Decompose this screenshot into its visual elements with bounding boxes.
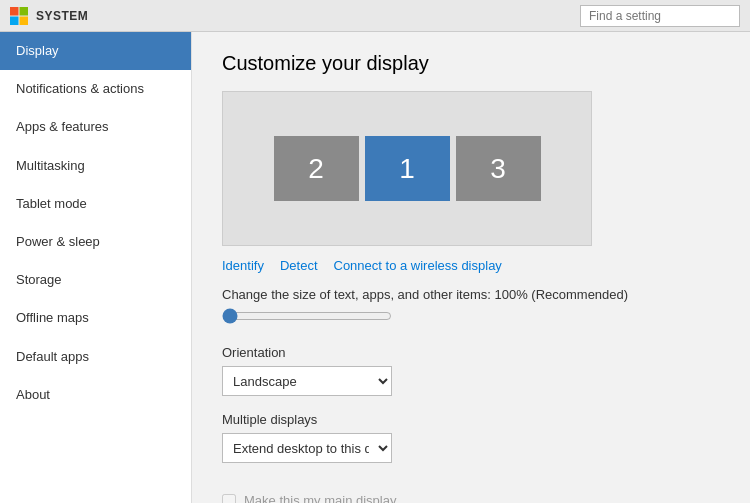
sidebar-item-storage[interactable]: Storage bbox=[0, 261, 191, 299]
display-preview: 213 bbox=[222, 91, 592, 246]
sidebar-item-multitasking[interactable]: Multitasking bbox=[0, 147, 191, 185]
link-connect-wireless[interactable]: Connect to a wireless display bbox=[334, 258, 502, 273]
sidebar-item-default-apps[interactable]: Default apps bbox=[0, 338, 191, 376]
sidebar-item-offline-maps[interactable]: Offline maps bbox=[0, 299, 191, 337]
svg-rect-0 bbox=[10, 7, 19, 16]
multiple-displays-label: Multiple displays bbox=[222, 412, 720, 427]
main-layout: DisplayNotifications & actionsApps & fea… bbox=[0, 32, 750, 503]
app-logo bbox=[10, 7, 28, 25]
main-display-checkbox[interactable] bbox=[222, 494, 236, 504]
monitor-2[interactable]: 2 bbox=[274, 136, 359, 201]
scale-slider-container bbox=[222, 308, 720, 327]
app-name: SYSTEM bbox=[36, 9, 88, 23]
orientation-select[interactable]: LandscapePortraitLandscape (flipped)Port… bbox=[222, 366, 392, 396]
title-bar: SYSTEM bbox=[0, 0, 750, 32]
content-area: Customize your display 213 IdentifyDetec… bbox=[192, 32, 750, 503]
sidebar-item-power-sleep[interactable]: Power & sleep bbox=[0, 223, 191, 261]
monitor-3[interactable]: 3 bbox=[456, 136, 541, 201]
sidebar-item-about[interactable]: About bbox=[0, 376, 191, 414]
multiple-displays-select[interactable]: Extend desktop to this displayDuplicate … bbox=[222, 433, 392, 463]
sidebar-item-tablet-mode[interactable]: Tablet mode bbox=[0, 185, 191, 223]
svg-rect-2 bbox=[10, 16, 19, 25]
display-links: IdentifyDetectConnect to a wireless disp… bbox=[222, 258, 720, 273]
search-input[interactable] bbox=[580, 5, 740, 27]
scale-slider[interactable] bbox=[222, 308, 392, 324]
search-container bbox=[580, 5, 740, 27]
sidebar-item-display[interactable]: Display bbox=[0, 32, 191, 70]
main-display-row: Make this my main display bbox=[222, 493, 720, 503]
svg-rect-3 bbox=[20, 16, 29, 25]
sidebar: DisplayNotifications & actionsApps & fea… bbox=[0, 32, 192, 503]
sidebar-item-apps-features[interactable]: Apps & features bbox=[0, 108, 191, 146]
sidebar-item-notifications[interactable]: Notifications & actions bbox=[0, 70, 191, 108]
link-identify[interactable]: Identify bbox=[222, 258, 264, 273]
orientation-label: Orientation bbox=[222, 345, 720, 360]
main-display-label: Make this my main display bbox=[244, 493, 396, 503]
monitor-1[interactable]: 1 bbox=[365, 136, 450, 201]
scale-label: Change the size of text, apps, and other… bbox=[222, 287, 720, 302]
page-title: Customize your display bbox=[222, 52, 720, 75]
link-detect[interactable]: Detect bbox=[280, 258, 318, 273]
svg-rect-1 bbox=[20, 7, 29, 16]
